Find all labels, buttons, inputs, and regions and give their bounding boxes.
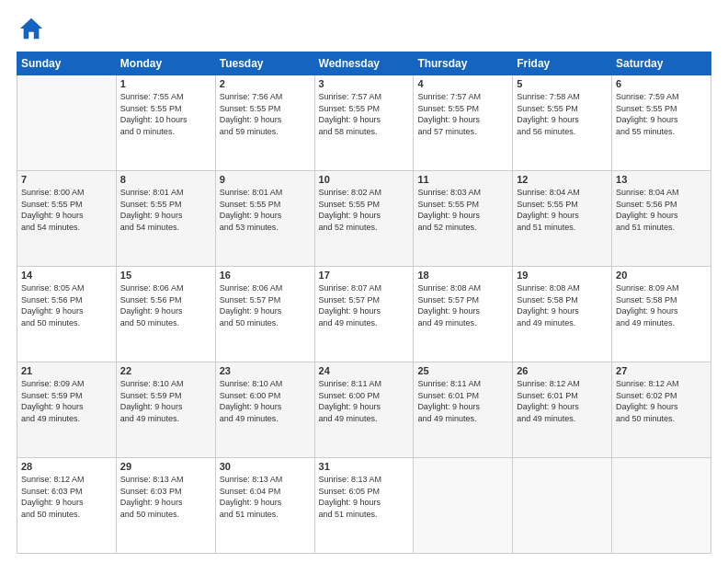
- day-number: 24: [319, 365, 410, 376]
- calendar-cell: 18Sunrise: 8:08 AMSunset: 5:57 PMDayligh…: [414, 267, 513, 362]
- day-info: Sunrise: 8:05 AMSunset: 5:56 PMDaylight:…: [21, 282, 112, 328]
- calendar-cell: 5Sunrise: 7:58 AMSunset: 5:55 PMDaylight…: [513, 75, 612, 171]
- calendar-cell: 14Sunrise: 8:05 AMSunset: 5:56 PMDayligh…: [17, 267, 117, 362]
- day-info: Sunrise: 7:59 AMSunset: 5:55 PMDaylight:…: [616, 91, 707, 137]
- day-info: Sunrise: 8:11 AMSunset: 6:00 PMDaylight:…: [319, 378, 410, 424]
- day-number: 1: [120, 78, 211, 89]
- calendar-week-row: 28Sunrise: 8:12 AMSunset: 6:03 PMDayligh…: [17, 458, 711, 554]
- day-info: Sunrise: 8:13 AMSunset: 6:05 PMDaylight:…: [319, 474, 410, 520]
- weekday-header: Monday: [116, 52, 215, 75]
- day-number: 12: [517, 174, 608, 185]
- day-number: 22: [120, 365, 211, 376]
- day-info: Sunrise: 8:00 AMSunset: 5:55 PMDaylight:…: [21, 187, 112, 233]
- calendar-cell: 4Sunrise: 7:57 AMSunset: 5:55 PMDaylight…: [414, 75, 513, 171]
- calendar-cell: [513, 458, 612, 554]
- calendar-cell: 10Sunrise: 8:02 AMSunset: 5:55 PMDayligh…: [314, 171, 414, 267]
- day-info: Sunrise: 8:12 AMSunset: 6:01 PMDaylight:…: [517, 378, 608, 424]
- day-info: Sunrise: 8:10 AMSunset: 6:00 PMDaylight:…: [220, 378, 311, 424]
- day-number: 26: [517, 365, 608, 376]
- calendar-cell: 31Sunrise: 8:13 AMSunset: 6:05 PMDayligh…: [314, 458, 414, 554]
- calendar-cell: 22Sunrise: 8:10 AMSunset: 5:59 PMDayligh…: [116, 362, 215, 458]
- calendar-cell: 1Sunrise: 7:55 AMSunset: 5:55 PMDaylight…: [116, 75, 215, 171]
- calendar-cell: 20Sunrise: 8:09 AMSunset: 5:58 PMDayligh…: [612, 267, 711, 362]
- day-info: Sunrise: 8:03 AMSunset: 5:55 PMDaylight:…: [417, 187, 508, 233]
- day-number: 9: [220, 174, 311, 185]
- calendar-cell: 11Sunrise: 8:03 AMSunset: 5:55 PMDayligh…: [414, 171, 513, 267]
- day-info: Sunrise: 8:06 AMSunset: 5:57 PMDaylight:…: [220, 282, 311, 328]
- day-number: 3: [319, 78, 410, 89]
- day-number: 30: [220, 461, 311, 472]
- calendar-cell: 21Sunrise: 8:09 AMSunset: 5:59 PMDayligh…: [17, 362, 117, 458]
- calendar-week-row: 7Sunrise: 8:00 AMSunset: 5:55 PMDaylight…: [17, 171, 711, 267]
- calendar-cell: [612, 458, 711, 554]
- day-info: Sunrise: 8:13 AMSunset: 6:04 PMDaylight:…: [220, 474, 311, 520]
- day-number: 31: [319, 461, 410, 472]
- calendar-header-row: SundayMondayTuesdayWednesdayThursdayFrid…: [17, 52, 711, 75]
- calendar-cell: 25Sunrise: 8:11 AMSunset: 6:01 PMDayligh…: [414, 362, 513, 458]
- day-info: Sunrise: 8:06 AMSunset: 5:56 PMDaylight:…: [120, 282, 211, 328]
- calendar-cell: 17Sunrise: 8:07 AMSunset: 5:57 PMDayligh…: [314, 267, 414, 362]
- logo-icon: [18, 17, 44, 42]
- calendar-cell: 30Sunrise: 8:13 AMSunset: 6:04 PMDayligh…: [215, 458, 314, 554]
- day-info: Sunrise: 7:55 AMSunset: 5:55 PMDaylight:…: [120, 91, 211, 137]
- header: [17, 17, 711, 42]
- calendar-cell: 2Sunrise: 7:56 AMSunset: 5:55 PMDaylight…: [215, 75, 314, 171]
- day-number: 19: [517, 270, 608, 281]
- calendar-cell: 6Sunrise: 7:59 AMSunset: 5:55 PMDaylight…: [612, 75, 711, 171]
- calendar-cell: 28Sunrise: 8:12 AMSunset: 6:03 PMDayligh…: [17, 458, 117, 554]
- day-number: 25: [417, 365, 508, 376]
- calendar-week-row: 21Sunrise: 8:09 AMSunset: 5:59 PMDayligh…: [17, 362, 711, 458]
- day-info: Sunrise: 8:04 AMSunset: 5:56 PMDaylight:…: [616, 187, 707, 233]
- day-number: 2: [220, 78, 311, 89]
- day-number: 21: [21, 365, 112, 376]
- day-number: 18: [417, 270, 508, 281]
- day-info: Sunrise: 8:01 AMSunset: 5:55 PMDaylight:…: [120, 187, 211, 233]
- day-number: 11: [417, 174, 508, 185]
- day-number: 17: [319, 270, 410, 281]
- day-number: 13: [616, 174, 707, 185]
- day-number: 8: [120, 174, 211, 185]
- day-info: Sunrise: 7:58 AMSunset: 5:55 PMDaylight:…: [517, 91, 608, 137]
- calendar-cell: 9Sunrise: 8:01 AMSunset: 5:55 PMDaylight…: [215, 171, 314, 267]
- calendar-cell: [17, 75, 117, 171]
- day-info: Sunrise: 8:01 AMSunset: 5:55 PMDaylight:…: [220, 187, 311, 233]
- logo: [17, 17, 48, 42]
- calendar-week-row: 1Sunrise: 7:55 AMSunset: 5:55 PMDaylight…: [17, 75, 711, 171]
- calendar-cell: 29Sunrise: 8:13 AMSunset: 6:03 PMDayligh…: [116, 458, 215, 554]
- calendar-week-row: 14Sunrise: 8:05 AMSunset: 5:56 PMDayligh…: [17, 267, 711, 362]
- weekday-header: Saturday: [612, 52, 711, 75]
- day-info: Sunrise: 8:13 AMSunset: 6:03 PMDaylight:…: [120, 474, 211, 520]
- day-info: Sunrise: 8:12 AMSunset: 6:03 PMDaylight:…: [21, 474, 112, 520]
- day-number: 10: [319, 174, 410, 185]
- day-number: 14: [21, 270, 112, 281]
- day-info: Sunrise: 8:07 AMSunset: 5:57 PMDaylight:…: [319, 282, 410, 328]
- calendar-table: SundayMondayTuesdayWednesdayThursdayFrid…: [17, 52, 711, 554]
- calendar-cell: 8Sunrise: 8:01 AMSunset: 5:55 PMDaylight…: [116, 171, 215, 267]
- calendar-cell: 16Sunrise: 8:06 AMSunset: 5:57 PMDayligh…: [215, 267, 314, 362]
- day-info: Sunrise: 8:09 AMSunset: 5:58 PMDaylight:…: [616, 282, 707, 328]
- weekday-header: Tuesday: [215, 52, 314, 75]
- day-number: 23: [220, 365, 311, 376]
- page: SundayMondayTuesdayWednesdayThursdayFrid…: [0, 0, 728, 563]
- day-info: Sunrise: 8:11 AMSunset: 6:01 PMDaylight:…: [417, 378, 508, 424]
- calendar-cell: 23Sunrise: 8:10 AMSunset: 6:00 PMDayligh…: [215, 362, 314, 458]
- day-info: Sunrise: 7:56 AMSunset: 5:55 PMDaylight:…: [220, 91, 311, 137]
- calendar-cell: [414, 458, 513, 554]
- day-number: 15: [120, 270, 211, 281]
- calendar-cell: 12Sunrise: 8:04 AMSunset: 5:55 PMDayligh…: [513, 171, 612, 267]
- day-info: Sunrise: 8:02 AMSunset: 5:55 PMDaylight:…: [319, 187, 410, 233]
- calendar-cell: 24Sunrise: 8:11 AMSunset: 6:00 PMDayligh…: [314, 362, 414, 458]
- day-info: Sunrise: 8:04 AMSunset: 5:55 PMDaylight:…: [517, 187, 608, 233]
- day-info: Sunrise: 8:12 AMSunset: 6:02 PMDaylight:…: [616, 378, 707, 424]
- day-info: Sunrise: 8:08 AMSunset: 5:58 PMDaylight:…: [517, 282, 608, 328]
- svg-marker-0: [20, 18, 42, 39]
- day-number: 27: [616, 365, 707, 376]
- weekday-header: Friday: [513, 52, 612, 75]
- day-number: 5: [517, 78, 608, 89]
- calendar-cell: 3Sunrise: 7:57 AMSunset: 5:55 PMDaylight…: [314, 75, 414, 171]
- weekday-header: Thursday: [414, 52, 513, 75]
- day-number: 29: [120, 461, 211, 472]
- weekday-header: Wednesday: [314, 52, 414, 75]
- day-number: 16: [220, 270, 311, 281]
- calendar-cell: 26Sunrise: 8:12 AMSunset: 6:01 PMDayligh…: [513, 362, 612, 458]
